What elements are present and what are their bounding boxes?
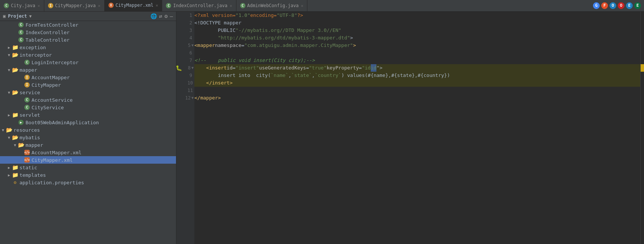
- code-line-12: </mapper>: [194, 94, 640, 102]
- tree-item-mybatis[interactable]: ▼ 📂 mybatis: [0, 134, 176, 141]
- tab-label-citymapper: CityMapper.java: [55, 3, 96, 8]
- tab-indexcontroller[interactable]: C IndexController.java ✕: [162, 0, 236, 11]
- tab-close-indexcontroller[interactable]: ✕: [230, 3, 232, 8]
- code-line-3: PUBLIC "-//mybatis.org//DTD Mapper 3.0//…: [194, 27, 640, 34]
- gutter-line-8: 🐛 8 ▼: [176, 64, 194, 72]
- code-container[interactable]: 1 2 3 4 5 ▼ 6 7: [176, 12, 644, 244]
- expand-arrow[interactable]: ▼: [6, 68, 12, 72]
- tab-city-java[interactable]: C City.java ✕: [0, 0, 44, 11]
- tree-item-accountmapper[interactable]: I AccountMapper: [0, 74, 176, 81]
- right-gutter-mark: [641, 64, 644, 72]
- expand-arrow[interactable]: ▶: [6, 166, 12, 170]
- expand-arrow[interactable]: ▼: [12, 143, 18, 147]
- tab-bar: C City.java ✕ I CityMapper.java ✕ X City…: [0, 0, 644, 12]
- tab-icon-indexcontroller: C: [166, 3, 171, 8]
- gutter-line-10: 10: [176, 79, 194, 87]
- right-gutter: [640, 12, 644, 244]
- code-line-9: insert into city(`name`,`state`,`country…: [194, 72, 640, 79]
- tree-item-interceptor[interactable]: ▼ 📂 interceptor: [0, 51, 176, 59]
- tab-label-citymapper-xml: CityMapper.xml: [116, 3, 153, 8]
- tree-label: static: [20, 165, 37, 170]
- code-line-8: <insert id="insert" useGeneratedKeys="tr…: [194, 64, 640, 72]
- settings-icon[interactable]: ⚙: [164, 13, 167, 19]
- tree-item-logininterceptor[interactable]: C LoginInterceptor: [0, 59, 176, 66]
- tree-item-boot05[interactable]: ▶ Boot05WebAdminApplication: [0, 119, 176, 126]
- tree-label: service: [20, 90, 40, 95]
- tree-label: mapper: [20, 67, 37, 73]
- tree-item-indexcontroller[interactable]: C IndexController: [0, 29, 176, 36]
- code-line-5: <mapper namespace="com.atguigu.admin.map…: [194, 42, 640, 49]
- tree-item-exception[interactable]: ▶ 📁 exception: [0, 44, 176, 51]
- browser-icon-opera1[interactable]: O: [609, 2, 616, 9]
- tree-label: AccountService: [32, 97, 73, 103]
- expand-arrow[interactable]: ▼: [6, 136, 12, 140]
- tree-item-cityservice[interactable]: C CityService: [0, 104, 176, 111]
- tree-label: resources: [14, 127, 40, 133]
- tab-label-city: City.java: [11, 3, 35, 8]
- browser-icon-firefox[interactable]: F: [601, 2, 608, 9]
- tab-close-citymapper[interactable]: ✕: [98, 3, 101, 8]
- expand-arrow[interactable]: ▼: [6, 53, 12, 57]
- code-content: <?xml version="1.0" encoding="UTF-8" ?> …: [194, 12, 640, 244]
- tree-item-accountmapper-xml[interactable]: </> AccountMapper.xml: [0, 149, 176, 156]
- project-icon: ▣: [3, 14, 6, 19]
- browser-icon-edge2[interactable]: E: [634, 2, 641, 9]
- expand-arrow[interactable]: ▼: [6, 90, 12, 95]
- sidebar-header: ▣ Project ▼ 🌐 ⇄ ⚙ —: [0, 12, 176, 21]
- tab-close-city[interactable]: ✕: [38, 3, 40, 8]
- tab-label-adminwebconfig: AdminWebConfig.java: [247, 3, 299, 8]
- dropdown-arrow[interactable]: ▼: [29, 14, 32, 19]
- tree-item-templates[interactable]: ▶ 📁 templates: [0, 171, 176, 179]
- tree-item-formtestcontroller[interactable]: C FormTestController: [0, 21, 176, 29]
- expand-arrow[interactable]: ▼: [0, 128, 6, 132]
- expand-arrow[interactable]: ▶: [6, 173, 12, 177]
- tab-citymapper-xml[interactable]: X CityMapper.xml ✕: [105, 0, 163, 11]
- tree-label: AccountMapper: [32, 75, 70, 80]
- browser-icon-google[interactable]: G: [593, 2, 600, 9]
- code-line-11: [194, 87, 640, 94]
- tree-label: application.properties: [20, 180, 84, 185]
- tree-item-application-properties[interactable]: ⚙ application.properties: [0, 179, 176, 186]
- tree-label-logininterceptor: LoginInterceptor: [32, 60, 78, 65]
- sidebar: ▣ Project ▼ 🌐 ⇄ ⚙ — C FormTestController…: [0, 12, 176, 244]
- expand-arrow[interactable]: ▶: [6, 45, 12, 50]
- tree-label: AccountMapper.xml: [32, 150, 81, 155]
- tree-label: IndexController: [26, 30, 69, 35]
- sidebar-title: Project: [8, 14, 27, 19]
- tab-icon-citymapper: I: [48, 3, 53, 8]
- browser-icon-edge1[interactable]: E: [626, 2, 633, 9]
- tab-label-indexcontroller: IndexController.java: [173, 3, 227, 8]
- expand-arrow[interactable]: ▶: [6, 113, 12, 117]
- gutter-line-2: 2: [176, 19, 194, 27]
- tree-item-resources[interactable]: ▼ 📂 resources: [0, 126, 176, 134]
- tab-citymapper-java[interactable]: I CityMapper.java ✕: [44, 0, 105, 11]
- tree-item-citymapper-xml-file[interactable]: </> CityMapper.xml: [0, 156, 176, 164]
- tab-close-adminwebconfig[interactable]: ✕: [301, 3, 304, 8]
- tree-item-mapper-folder[interactable]: ▼ 📂 mapper: [0, 141, 176, 149]
- sync-icon[interactable]: ⇄: [159, 13, 162, 19]
- code-line-4: "http://mybatis.org/dtd/mybatis-3-mapper…: [194, 34, 640, 42]
- tree-item-static[interactable]: ▶ 📁 static: [0, 164, 176, 171]
- gutter-line-9: 9: [176, 72, 194, 79]
- tab-close-citymapper-xml[interactable]: ✕: [156, 3, 158, 8]
- minimize-icon[interactable]: —: [170, 13, 173, 19]
- gutter-line-1: 1: [176, 12, 194, 19]
- globe-icon[interactable]: 🌐: [150, 13, 157, 19]
- tree-item-mapper[interactable]: ▼ 📂 mapper: [0, 66, 176, 74]
- tree-item-servlet[interactable]: ▶ 📁 servlet: [0, 111, 176, 119]
- gutter-line-12: 12 ▼: [176, 94, 194, 102]
- tree-item-service[interactable]: ▼ 📂 service: [0, 89, 176, 96]
- gutter-line-6: 6: [176, 49, 194, 57]
- tree-item-tablecontroller[interactable]: C TableController: [0, 36, 176, 44]
- code-line-7: <!-- public void insert(City city);-->: [194, 57, 640, 64]
- tab-icon-citymapper-xml: X: [108, 3, 114, 8]
- gutter-line-5: 5 ▼: [176, 42, 194, 49]
- tree-item-accountservice[interactable]: C AccountService: [0, 96, 176, 104]
- code-line-6: [194, 49, 640, 57]
- tree-item-citymapper-java[interactable]: I CityMapper: [0, 81, 176, 89]
- code-line-1: <?xml version="1.0" encoding="UTF-8" ?>: [194, 12, 640, 19]
- tree-label-templates: templates: [20, 172, 46, 178]
- browser-icon-opera2[interactable]: O: [618, 2, 624, 9]
- tree-label: Boot05WebAdminApplication: [26, 120, 99, 125]
- tab-adminwebconfig[interactable]: C AdminWebConfig.java ✕: [236, 0, 308, 11]
